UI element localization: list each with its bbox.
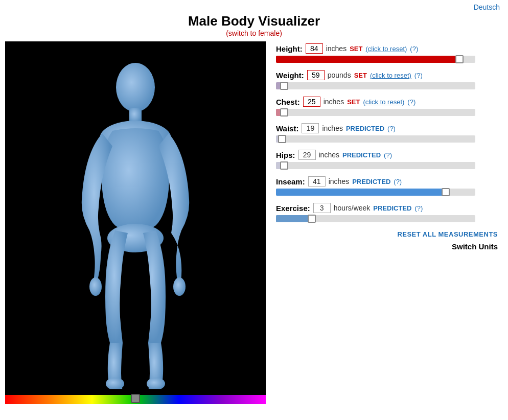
measurement-unit-weight: pounds bbox=[328, 71, 351, 79]
measurement-status-exercise: PREDICTED bbox=[373, 204, 411, 212]
measurement-value-weight[interactable]: 59 bbox=[307, 70, 325, 80]
slider-thumb-waist[interactable] bbox=[278, 135, 286, 143]
measurement-help-hips[interactable]: (?) bbox=[384, 151, 392, 159]
slider-fill-exercise bbox=[276, 215, 312, 222]
switch-units-button[interactable]: Switch Units bbox=[452, 242, 498, 251]
measurement-label-inseam: Inseam: bbox=[276, 177, 305, 186]
measurement-label-waist: Waist: bbox=[276, 124, 298, 133]
measurement-value-hips[interactable]: 29 bbox=[298, 150, 316, 160]
measurement-label-chest: Chest: bbox=[276, 98, 300, 106]
measurement-reset-weight[interactable]: (click to reset) bbox=[370, 72, 411, 79]
measurement-help-inseam[interactable]: (?) bbox=[394, 178, 402, 185]
measurement-status-chest: SET bbox=[347, 98, 360, 106]
measurement-label-line-exercise: Exercise:3hours/weekPREDICTED(?) bbox=[276, 203, 503, 213]
measurement-label-height: Height: bbox=[276, 44, 303, 53]
measurement-unit-inseam: inches bbox=[329, 177, 349, 185]
measurement-row-exercise: Exercise:3hours/weekPREDICTED(?) bbox=[276, 203, 503, 222]
measurement-unit-height: inches bbox=[326, 44, 347, 53]
slider-track-hips[interactable] bbox=[276, 162, 475, 169]
measurement-status-weight: SET bbox=[354, 72, 367, 79]
language-link[interactable]: Deutsch bbox=[474, 3, 500, 11]
measurement-status-height: SET bbox=[350, 45, 362, 53]
measurement-unit-exercise: hours/week bbox=[334, 204, 371, 212]
measurement-help-height[interactable]: (?) bbox=[410, 45, 418, 53]
slider-fill-height bbox=[276, 56, 459, 63]
switch-gender-link[interactable]: (switch to female) bbox=[226, 29, 282, 37]
slider-thumb-height[interactable] bbox=[455, 55, 464, 63]
measurement-value-waist[interactable]: 19 bbox=[302, 123, 319, 133]
measurement-label-line-inseam: Inseam:41inchesPREDICTED(?) bbox=[276, 176, 503, 186]
measurement-value-inseam[interactable]: 41 bbox=[308, 176, 326, 186]
slider-track-chest[interactable] bbox=[276, 109, 475, 116]
measurement-label-line-waist: Waist:19inchesPREDICTED(?) bbox=[276, 123, 503, 133]
view-slider-thumb[interactable] bbox=[131, 394, 140, 403]
measurement-unit-hips: inches bbox=[319, 151, 339, 159]
measurement-label-line-hips: Hips:29inchesPREDICTED(?) bbox=[276, 150, 503, 160]
left-panel bbox=[5, 41, 266, 404]
slider-fill-inseam bbox=[276, 189, 446, 196]
slider-thumb-chest[interactable] bbox=[280, 108, 288, 116]
measurement-reset-chest[interactable]: (click to reset) bbox=[363, 98, 404, 106]
slider-track-height[interactable] bbox=[276, 56, 475, 63]
measurement-label-line-height: Height:84inchesSET(click to reset)(?) bbox=[276, 43, 503, 54]
body-svg bbox=[64, 57, 207, 389]
slider-thumb-inseam[interactable] bbox=[442, 188, 450, 196]
slider-track-weight[interactable] bbox=[276, 82, 475, 89]
slider-thumb-weight[interactable] bbox=[280, 82, 288, 90]
body-image bbox=[5, 41, 266, 404]
measurement-status-waist: PREDICTED bbox=[346, 125, 384, 132]
measurement-label-line-chest: Chest:25inchesSET(click to reset)(?) bbox=[276, 97, 503, 107]
slider-track-inseam[interactable] bbox=[276, 189, 475, 196]
measurement-unit-waist: inches bbox=[322, 124, 342, 132]
measurement-help-waist[interactable]: (?) bbox=[387, 125, 396, 132]
measurement-value-exercise[interactable]: 3 bbox=[313, 203, 331, 213]
reset-all-button[interactable]: RESET ALL MEASUREMENTS bbox=[397, 230, 498, 238]
slider-track-exercise[interactable] bbox=[276, 215, 475, 222]
measurement-help-chest[interactable]: (?) bbox=[407, 98, 415, 106]
slider-thumb-exercise[interactable] bbox=[308, 215, 316, 223]
measurement-label-hips: Hips: bbox=[276, 151, 295, 159]
measurement-label-weight: Weight: bbox=[276, 71, 304, 80]
measurement-status-inseam: PREDICTED bbox=[352, 178, 390, 185]
measurement-row-waist: Waist:19inchesPREDICTED(?) bbox=[276, 123, 503, 143]
measurement-reset-height[interactable]: (click to reset) bbox=[365, 45, 407, 53]
measurement-row-inseam: Inseam:41inchesPREDICTED(?) bbox=[276, 176, 503, 196]
measurement-help-weight[interactable]: (?) bbox=[414, 72, 423, 79]
right-panel: Height:84inchesSET(click to reset)(?)Wei… bbox=[276, 41, 503, 404]
svg-point-4 bbox=[173, 277, 186, 296]
measurement-value-height[interactable]: 84 bbox=[306, 43, 323, 54]
measurement-label-line-weight: Weight:59poundsSET(click to reset)(?) bbox=[276, 70, 503, 80]
measurement-row-chest: Chest:25inchesSET(click to reset)(?) bbox=[276, 97, 503, 116]
measurement-row-weight: Weight:59poundsSET(click to reset)(?) bbox=[276, 70, 503, 89]
svg-point-0 bbox=[116, 63, 155, 112]
slider-track-waist[interactable] bbox=[276, 135, 475, 143]
page-title: Male Body Visualizer bbox=[0, 13, 508, 29]
measurement-value-chest[interactable]: 25 bbox=[303, 97, 320, 107]
measurement-row-height: Height:84inchesSET(click to reset)(?) bbox=[276, 43, 503, 63]
slider-thumb-hips[interactable] bbox=[280, 161, 288, 170]
measurement-help-exercise[interactable]: (?) bbox=[414, 204, 423, 212]
measurement-row-hips: Hips:29inchesPREDICTED(?) bbox=[276, 150, 503, 169]
svg-point-3 bbox=[89, 277, 102, 296]
bottom-actions: RESET ALL MEASUREMENTS Switch Units bbox=[276, 230, 503, 251]
measurement-unit-chest: inches bbox=[324, 98, 344, 106]
measurement-label-exercise: Exercise: bbox=[276, 204, 310, 213]
measurement-status-hips: PREDICTED bbox=[342, 151, 381, 159]
